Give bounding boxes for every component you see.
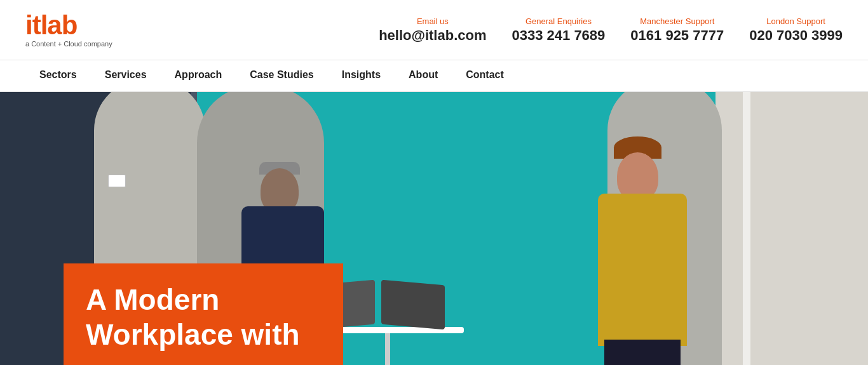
general-enquiries-number: 0333 241 7689 <box>512 27 606 44</box>
nav-item-contact[interactable]: Contact <box>452 60 518 92</box>
nav-item-approach[interactable]: Approach <box>161 60 236 92</box>
nav-item-about[interactable]: About <box>395 60 452 92</box>
person-right-legs <box>604 340 681 365</box>
laptop-right <box>381 280 445 330</box>
email-label: Email us <box>417 17 449 26</box>
table-leg <box>385 333 390 365</box>
hero-heading: A Modern Workplace with <box>86 282 321 352</box>
hero-section: A Modern Workplace with <box>0 92 868 365</box>
person-right <box>592 130 706 346</box>
main-nav: Sectors Services Approach Case Studies I… <box>0 60 868 92</box>
person-right-body <box>598 194 687 346</box>
london-support-contact[interactable]: London Support 020 7030 3999 <box>749 17 843 44</box>
london-support-label: London Support <box>766 17 825 26</box>
email-contact[interactable]: Email us hello@itlab.com <box>379 17 486 44</box>
person-right-head <box>617 152 658 200</box>
manchester-support-label: Manchester Support <box>640 17 714 26</box>
logo-subtitle: a Content + Cloud company <box>25 40 112 48</box>
site-header: itlab a Content + Cloud company Email us… <box>0 0 868 60</box>
wall-socket <box>108 175 126 187</box>
logo[interactable]: itlab a Content + Cloud company <box>25 12 112 48</box>
general-enquiries-label: General Enquiries <box>526 17 592 26</box>
nav-item-insights[interactable]: Insights <box>328 60 395 92</box>
hero-right-column <box>743 92 750 365</box>
nav-item-case-studies[interactable]: Case Studies <box>236 60 327 92</box>
general-enquiries-contact[interactable]: General Enquiries 0333 241 7689 <box>512 17 606 44</box>
manchester-support-contact[interactable]: Manchester Support 0161 925 7777 <box>630 17 724 44</box>
nav-item-services[interactable]: Services <box>91 60 161 92</box>
manchester-support-number: 0161 925 7777 <box>630 27 724 44</box>
email-value: hello@itlab.com <box>379 27 486 44</box>
nav-item-sectors[interactable]: Sectors <box>25 60 91 92</box>
contact-area: Email us hello@itlab.com General Enquiri… <box>379 17 843 44</box>
hero-bg-right <box>715 92 868 365</box>
london-support-number: 020 7030 3999 <box>749 27 843 44</box>
logo-text: itlab <box>25 12 77 39</box>
hero-text-overlay: A Modern Workplace with <box>64 263 343 365</box>
